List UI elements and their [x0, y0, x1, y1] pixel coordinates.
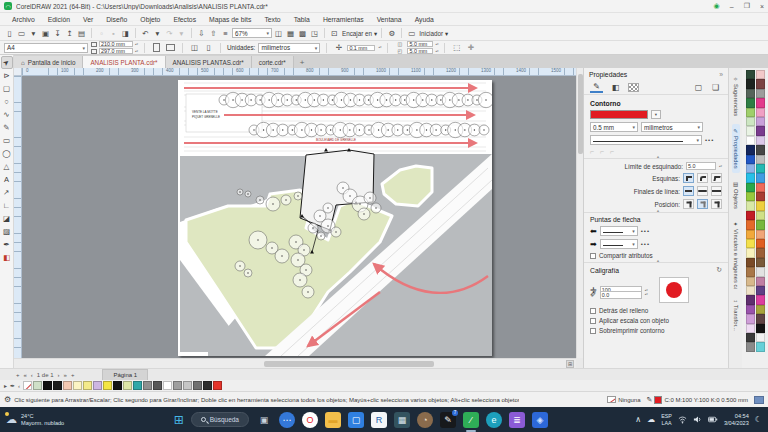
reset-calligraphy-icon[interactable]: ↻	[716, 266, 722, 274]
publish-pdf-button[interactable]: ≡	[220, 28, 231, 39]
page-sorter-icon[interactable]	[754, 396, 764, 404]
palette-color-swatch[interactable]	[756, 333, 765, 342]
float-docker-button[interactable]: ▢	[692, 81, 705, 93]
first-page-button[interactable]: «	[24, 372, 27, 378]
doc-palette-swatch[interactable]	[183, 381, 192, 390]
palette-color-swatch[interactable]	[746, 98, 755, 107]
menu-tabla[interactable]: Tabla	[288, 15, 316, 24]
start-arrowhead-combo[interactable]: ▾	[600, 226, 638, 236]
palette-color-swatch[interactable]	[756, 164, 765, 173]
save-button[interactable]: ▣	[40, 28, 51, 39]
menu-mapas-de-bits[interactable]: Mapas de bits	[203, 15, 257, 24]
corner-bevel-button[interactable]	[711, 173, 722, 183]
add-page-button[interactable]: +	[16, 372, 20, 378]
fill-tab[interactable]: ◧	[609, 81, 622, 93]
position-inside-button[interactable]	[711, 199, 722, 209]
doc-palette-swatch[interactable]	[123, 381, 132, 390]
vertical-ruler[interactable]	[14, 76, 22, 358]
doc-tab-pantalla-de-inicio[interactable]: ⌂Pantalla de inicio	[14, 56, 83, 68]
palette-color-swatch[interactable]	[746, 145, 755, 154]
export-button[interactable]: ↥	[64, 28, 75, 39]
cap-butt-button[interactable]	[683, 186, 694, 196]
fill-indicator-icon[interactable]	[607, 396, 616, 403]
menu-ver[interactable]: Ver	[77, 15, 99, 24]
transparency-tab[interactable]	[628, 83, 639, 92]
all-pages-button[interactable]: ◫	[189, 42, 200, 53]
outline-width-combo[interactable]: 0.5 mm▾	[590, 122, 638, 132]
undo-button[interactable]: ↶	[140, 28, 151, 39]
zoom-level-combo[interactable]: 67%▾	[232, 28, 272, 38]
text-tool[interactable]: A	[1, 173, 13, 186]
palette-scroll-left[interactable]: ‹	[18, 383, 20, 389]
last-page-button[interactable]: »	[64, 372, 67, 378]
app-coreldraw-dark[interactable]: ✎7	[440, 412, 456, 428]
miter-spinner[interactable]: ▴▾	[719, 165, 722, 168]
palette-color-swatch[interactable]	[746, 155, 755, 164]
doc-tab-corte-cdr[interactable]: corte.cdr*	[252, 56, 294, 68]
palette-color-swatch[interactable]	[746, 117, 755, 126]
menu-herramientas[interactable]: Herramientas	[317, 15, 370, 24]
doc-palette-swatch[interactable]	[53, 381, 62, 390]
palette-color-swatch[interactable]	[746, 230, 755, 239]
app-calculator[interactable]: ▦	[394, 412, 410, 428]
app-store[interactable]: ▢	[348, 412, 364, 428]
palette-color-swatch[interactable]	[756, 108, 765, 117]
shape-tool[interactable]: ⊳	[1, 69, 13, 82]
rectangle-tool[interactable]: ▭	[1, 134, 13, 147]
weather-widget[interactable]: ☁ 24°C Mayorm. nublado	[0, 413, 130, 427]
app-edge[interactable]: e	[486, 412, 502, 428]
doc-palette-swatch[interactable]	[33, 381, 42, 390]
palette-color-swatch[interactable]	[756, 79, 765, 88]
palette-color-swatch[interactable]	[756, 267, 765, 276]
app-misc[interactable]: ◔	[417, 412, 433, 428]
connector-tool[interactable]: ∟	[1, 199, 13, 212]
palette-color-swatch[interactable]	[756, 192, 765, 201]
export-page-button[interactable]: ⇧	[208, 28, 219, 39]
drawing-canvas[interactable]: VENTE LA MOTTE PIQUET GRENELLE BOULEVARD…	[22, 76, 576, 358]
app-blue[interactable]: ◈	[532, 412, 548, 428]
account-icon[interactable]: ◉	[714, 2, 720, 10]
nib-preview[interactable]	[659, 277, 689, 303]
miter-field[interactable]: 5.0	[686, 162, 716, 170]
doc-palette-swatch[interactable]	[153, 381, 162, 390]
status-gear-icon[interactable]: ⚙	[4, 395, 11, 404]
print-button[interactable]: ▤	[76, 28, 87, 39]
palette-color-swatch[interactable]	[746, 324, 755, 333]
landscape-button[interactable]	[165, 42, 176, 53]
page-width-field[interactable]: 210.0 mm	[99, 41, 133, 47]
palette-flyout-icon[interactable]: ▸	[4, 382, 7, 389]
palette-eyedropper-icon[interactable]: ✒	[10, 382, 15, 389]
palette-color-swatch[interactable]	[756, 145, 765, 154]
end-arrowhead-combo[interactable]: ▾	[600, 239, 638, 249]
angle-spinner[interactable]: ▴▾	[645, 293, 648, 296]
show-grid-button[interactable]: ▩	[297, 28, 308, 39]
palette-color-swatch[interactable]	[746, 79, 755, 88]
pick-tool[interactable]: ➤	[1, 56, 13, 69]
onedrive-icon[interactable]: ☁	[647, 415, 655, 424]
menu-ventana[interactable]: Ventana	[371, 15, 408, 24]
restore-button[interactable]: ❐	[744, 2, 750, 10]
menu-efectos[interactable]: Efectos	[167, 15, 202, 24]
doc-tab-analisis-planta-cdr[interactable]: ANALISIS PLANTA.cdr*	[83, 56, 165, 68]
minimize-button[interactable]: –	[730, 3, 734, 10]
collapse-docker-button[interactable]: ❏	[709, 81, 722, 93]
palette-color-swatch[interactable]	[756, 295, 765, 304]
palette-color-swatch[interactable]	[746, 192, 755, 201]
page-tab[interactable]: Página 1	[102, 369, 148, 380]
volume-icon[interactable]	[693, 415, 702, 424]
document-page[interactable]: VENTE LA MOTTE PIQUET GRENELLE BOULEVARD…	[178, 80, 492, 356]
launcher-dropdown[interactable]: ▭ Iniciador▾	[406, 28, 448, 39]
palette-color-swatch[interactable]	[756, 117, 765, 126]
palette-color-swatch[interactable]	[756, 98, 765, 107]
cap-round-button[interactable]	[697, 186, 708, 196]
doc-palette-swatch[interactable]	[203, 381, 212, 390]
app-r[interactable]: R	[371, 412, 387, 428]
palette-color-swatch[interactable]	[756, 220, 765, 229]
section-divider[interactable]	[584, 262, 728, 263]
fit-in-dropdown[interactable]: ⊡ Encajar en▾	[329, 28, 377, 39]
palette-color-swatch[interactable]	[756, 70, 765, 79]
new-document-tab-button[interactable]: +	[294, 56, 311, 68]
doc-palette-swatch[interactable]	[213, 381, 222, 390]
overprint-outline-checkbox[interactable]	[590, 328, 596, 334]
docker-tab-propiedades[interactable]: ✎Propiedades	[732, 124, 740, 173]
